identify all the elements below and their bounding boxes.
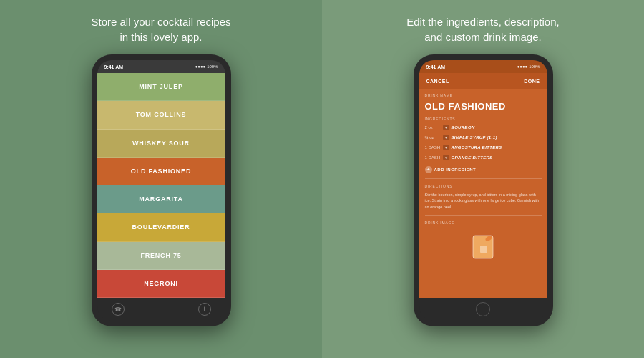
ingredient-row: 1 DASH ▾ ANGOSTURA BITTERS [425,145,542,150]
left-phone: 9:41 AM ●●●● 100% MINT JULEP TOM COLLINS… [92,54,231,326]
ingredient-qty: ¼ oz [425,135,441,140]
ingredient-row: ¼ oz ▾ SIMPLE SYRUP (1:1) [425,135,542,140]
list-item[interactable]: OLD FASHIONED [97,158,225,185]
cancel-button[interactable]: CANCEL [426,79,449,84]
left-phone-screen: 9:41 AM ●●●● 100% MINT JULEP TOM COLLINS… [97,60,225,321]
plus-icon: + [425,166,432,173]
left-heading: Store all your cocktail recipes in this … [91,14,230,44]
add-ingredient-button[interactable]: + ADD INGREDIENT [425,166,542,173]
drink-image-label: DRINK IMAGE [425,221,542,225]
list-item[interactable]: MARGARITA [97,185,225,213]
cocktail-glass-icon [470,231,496,263]
phone-bottom-bar: ☎ + [97,298,225,321]
done-button[interactable]: DONE [524,79,540,84]
directions-text: Stir the bourbon, simple syrup, and bitt… [425,192,542,210]
status-time: 9:41 AM [104,64,124,69]
ingredients-label: INGREDIENTS [425,117,542,121]
add-ingredient-label: ADD INGREDIENT [434,168,477,172]
signal-icon: ●●●● [195,64,206,69]
right-status-icons: ●●●● 100% [517,64,540,69]
list-item[interactable]: BOULEVARDIER [97,213,225,241]
drink-name-value[interactable]: OLD FASHIONED [425,101,542,112]
ingredient-qty: 1 DASH [425,155,441,160]
phone-call-icon: ☎ [114,306,122,313]
right-phone-screen: 9:41 AM ●●●● 100% CANCEL DONE DRINK NAME… [419,60,547,321]
edit-screen: CANCEL DONE DRINK NAME OLD FASHIONED ING… [419,73,547,298]
list-item[interactable]: TOM COLLINS [97,101,225,129]
left-panel: Store all your cocktail recipes in this … [0,0,322,358]
ingredient-name: ORANGE BITTERS [452,155,493,160]
unit-dropdown[interactable]: ▾ [443,145,449,150]
unit-dropdown[interactable]: ▾ [443,155,449,160]
ingredient-name: BOURBON [452,125,475,130]
add-cocktail-button[interactable]: + [198,303,211,316]
right-heading: Edit the ingredients, description, and c… [406,14,559,44]
svg-rect-1 [480,246,487,253]
status-bar: 9:41 AM ●●●● 100% [97,60,225,73]
unit-dropdown[interactable]: ▾ [443,125,449,130]
list-item[interactable]: MINT JULEP [97,73,225,101]
right-signal-icon: ●●●● [517,64,528,69]
ingredient-row: 1 DASH ▾ ORANGE BITTERS [425,155,542,160]
list-item[interactable]: NEGRONI [97,270,225,298]
right-status-time: 9:41 AM [426,64,446,69]
drink-name-label: DRINK NAME [425,93,542,97]
directions-label: DIRECTIONS [425,184,542,188]
divider [425,215,542,216]
right-status-bar: 9:41 AM ●●●● 100% [419,60,547,73]
phone-home-area [419,298,547,321]
list-item[interactable]: WHISKEY SOUR [97,130,225,158]
phone-icon[interactable]: ☎ [112,303,125,316]
right-phone: 9:41 AM ●●●● 100% CANCEL DONE DRINK NAME… [414,54,553,326]
cocktail-list: MINT JULEP TOM COLLINS WHISKEY SOUR OLD … [97,73,225,298]
ingredient-name: SIMPLE SYRUP (1:1) [452,135,497,140]
ingredient-name: ANGOSTURA BITTERS [452,145,502,150]
ingredient-qty: 2 oz [425,125,441,130]
ingredient-qty: 1 DASH [425,145,441,150]
status-icons: ●●●● 100% [195,64,218,69]
ingredient-row: 2 oz ▾ BOURBON [425,125,542,130]
list-item[interactable]: FRENCH 75 [97,242,225,270]
battery-icon: 100% [207,64,218,69]
edit-nav-bar: CANCEL DONE [419,73,547,89]
divider [425,178,542,179]
drink-image-area[interactable] [425,231,542,263]
unit-dropdown[interactable]: ▾ [443,135,449,140]
right-battery-icon: 100% [529,64,540,69]
right-panel: Edit the ingredients, description, and c… [322,0,644,358]
home-button[interactable] [476,302,490,316]
edit-content: DRINK NAME OLD FASHIONED INGREDIENTS 2 o… [419,89,547,298]
